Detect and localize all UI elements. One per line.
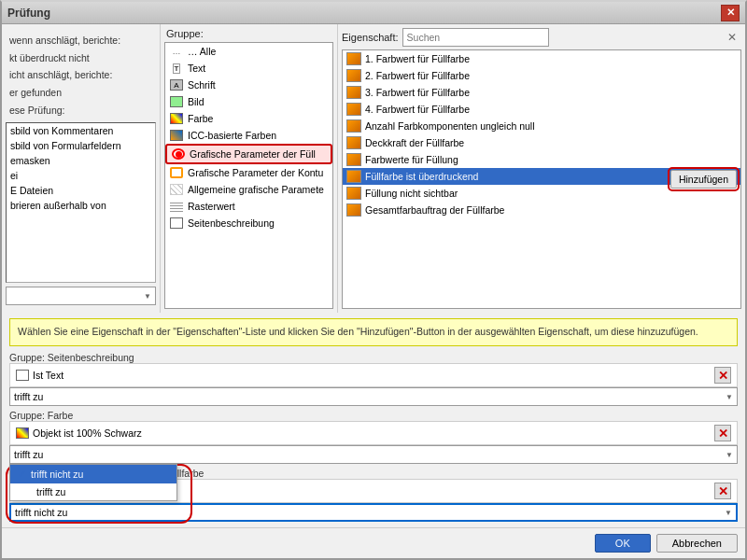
eigenschaft-item-label: Anzahl Farbkomponenten ungleich null	[365, 120, 535, 132]
allg-icon	[169, 183, 184, 196]
gruppe-item-grafisch-fuell[interactable]: Grafische Parameter der Füll	[165, 144, 332, 164]
eigenschaft-item-fw4[interactable]: 4. Farbwert für Füllfarbe	[343, 101, 740, 118]
info-box: Wählen Sie eine Eigenschaft in der "Eige…	[9, 318, 738, 346]
dropdown-option-trifft-nicht-zu[interactable]: ✓ trifft nicht zu	[10, 465, 176, 483]
prop-dropdown-seite[interactable]: trifft zu ▼	[9, 387, 738, 406]
prop-dropdown-value-grafisch: trifft nicht zu	[15, 507, 67, 518]
main-window: Prüfung ✕ wenn anschlägt, berichte: kt ü…	[0, 0, 747, 560]
gruppe-item-label: … Alle	[188, 46, 216, 57]
gruppe-item-bild[interactable]: Bild	[165, 93, 332, 110]
list-item[interactable]: E Dateien	[7, 183, 155, 198]
eigenschaft-panel: Eigenschaft: ✕ 1. Farbwert für Füllfarbe…	[338, 24, 745, 313]
eigenschaft-item-label: 3. Farbwert für Füllfarbe	[365, 87, 470, 98]
eig-icon	[346, 136, 361, 149]
eigenschaft-header: Eigenschaft: ✕	[342, 28, 741, 47]
seite-icon	[169, 217, 184, 230]
eigenschaft-item-label: Füllfarbe ist überdruckend	[365, 171, 478, 182]
gruppe-item-schrift[interactable]: A Schrift	[165, 77, 332, 93]
footer-buttons: OK Abbrechen	[2, 527, 745, 558]
left-row-5: ese Prüfung:	[6, 102, 156, 119]
eigenschaft-item-fw2[interactable]: 2. Farbwert für Füllfarbe	[343, 67, 740, 84]
bottom-area: Wählen Sie eine Eigenschaft in der "Eige…	[2, 313, 745, 527]
prop-group-label-seite: Gruppe: Seitenbeschreibung	[9, 352, 738, 363]
delete-button-farbe[interactable]: ✕	[714, 425, 731, 441]
gruppe-item-label: Rasterwert	[188, 201, 235, 212]
gruppe-item-label: Farbe	[188, 113, 213, 124]
list-item[interactable]: emasken	[7, 153, 155, 168]
gruppe-listbox[interactable]: … … Alle T Text A Schrift	[164, 42, 333, 309]
all-icon: …	[169, 45, 184, 58]
eig-icon	[346, 119, 361, 133]
prop-dropdown-value-farbe: trifft zu	[14, 449, 43, 460]
eigenschaft-item-fuell-nicht[interactable]: Füllung nicht sichtbar	[343, 185, 740, 202]
list-item[interactable]: brieren außerhalb von	[7, 198, 155, 213]
delete-button-grafisch[interactable]: ✕	[714, 483, 731, 499]
gruppe-item-grafisch-kontu[interactable]: Grafische Parameter der Kontu	[165, 164, 332, 181]
eig-icon	[346, 170, 361, 183]
dropdown-option-label: trifft zu	[36, 486, 65, 497]
info-box-text: Wählen Sie eine Eigenschaft in der "Eige…	[18, 326, 698, 337]
dropdown-container-grafisch: trifft nicht zu ▼ ✓ trifft nicht zu trif…	[9, 503, 738, 522]
window-title: Prüfung	[7, 7, 50, 20]
prop-group-farbe: Gruppe: Farbe Objekt ist 100% Schwarz ✕ …	[9, 410, 738, 464]
gruppe-item-icc[interactable]: ICC-basierte Farben	[165, 127, 332, 144]
gruppe-item-farbe[interactable]: Farbe	[165, 110, 332, 127]
search-clear-icon[interactable]: ✕	[725, 30, 740, 45]
dropdown-option-trifft-zu[interactable]: trifft zu	[10, 483, 176, 500]
eig-icon	[346, 52, 361, 65]
gruppe-item-label: Grafische Parameter der Füll	[190, 148, 316, 160]
eigenschaft-item-label: Farbwerte für Füllung	[365, 154, 458, 165]
eigenschaft-item-anzahl[interactable]: Anzahl Farbkomponenten ungleich null	[343, 118, 740, 134]
eigenschaft-item-label: Deckkraft der Füllfarbe	[365, 137, 464, 148]
eigenschaft-item-fw3[interactable]: 3. Farbwert für Füllfarbe	[343, 84, 740, 101]
gruppe-item-raster[interactable]: Rasterwert	[165, 198, 332, 215]
raster-icon	[169, 200, 184, 213]
prop-item-text-farbe: Objekt ist 100% Schwarz	[33, 427, 711, 439]
prop-dropdown-farbe[interactable]: trifft zu ▼	[9, 445, 738, 464]
gruppe-label: Gruppe:	[164, 28, 333, 39]
eigenschaft-item-deckk[interactable]: Deckkraft der Füllfarbe	[343, 134, 740, 151]
gruppe-item-allgemein[interactable]: Allgemeine grafische Paramete	[165, 181, 332, 198]
eig-icon	[346, 153, 361, 166]
prop-group-label-farbe: Gruppe: Farbe	[9, 410, 738, 421]
delete-button-seite[interactable]: ✕	[714, 367, 731, 384]
left-row-3: icht anschlägt, berichte:	[6, 66, 156, 84]
gruppe-panel: Gruppe: … … Alle T Text A Schrift	[161, 24, 338, 313]
eigenschaft-item-fw1[interactable]: 1. Farbwert für Füllfarbe	[343, 50, 740, 67]
eigenschaft-item-gesamtf[interactable]: Gesamtfarbauftrag der Füllfarbe	[343, 202, 740, 218]
list-item[interactable]: ei	[7, 168, 155, 183]
list-item[interactable]: sbild von Formularfeldern	[7, 138, 155, 153]
gruppe-item-label: Seitenbeschreibung	[188, 217, 275, 229]
close-button[interactable]: ✕	[721, 5, 740, 21]
left-row-1: wenn anschlägt, berichte:	[6, 32, 156, 49]
icc-icon	[169, 129, 184, 142]
eigenschaft-listbox[interactable]: 1. Farbwert für Füllfarbe 2. Farbwert fü…	[342, 49, 741, 309]
list-item[interactable]: sbild von Kommentaren	[7, 123, 155, 138]
gruppe-item-label: Bild	[188, 96, 204, 107]
text-icon: T	[169, 62, 184, 75]
left-row-4: er gefunden	[6, 84, 156, 102]
prop-dropdown-grafisch[interactable]: trifft nicht zu ▼	[9, 503, 738, 522]
eigenschaft-item-fuell-ueberdr[interactable]: Füllfarbe ist überdruckend Hinzufügen	[343, 168, 740, 185]
gruppe-item-text[interactable]: T Text	[165, 60, 332, 77]
gruppe-item-seite[interactable]: Seitenbeschreibung	[165, 215, 332, 231]
eigenschaft-label: Eigenschaft:	[342, 32, 399, 43]
search-input[interactable]	[402, 28, 549, 47]
check-icon: ✓	[18, 468, 27, 481]
titlebar: Prüfung ✕	[2, 2, 745, 24]
farbe-prop-icon	[16, 427, 29, 439]
left-dropdown[interactable]: ▼	[6, 287, 156, 305]
abbrechen-button[interactable]: Abbrechen	[656, 534, 738, 553]
prop-item-text-seite: Ist Text	[33, 370, 711, 381]
gruppe-item-label: Schrift	[188, 79, 216, 91]
left-listbox[interactable]: sbild von Kommentaren sbild von Formular…	[6, 122, 156, 283]
grafisch-fuell-icon	[171, 147, 186, 161]
left-row-2: kt überdruckt nicht	[6, 49, 156, 67]
left-panel: wenn anschlägt, berichte: kt überdruckt …	[2, 24, 161, 313]
gruppe-item-alle[interactable]: … … Alle	[165, 43, 332, 60]
eig-icon	[346, 86, 361, 99]
ok-button[interactable]: OK	[595, 534, 651, 553]
eigenschaft-item-label: 4. Farbwert für Füllfarbe	[365, 104, 470, 115]
eigenschaft-item-farbw[interactable]: Farbwerte für Füllung	[343, 151, 740, 168]
farbe-icon	[169, 112, 184, 125]
